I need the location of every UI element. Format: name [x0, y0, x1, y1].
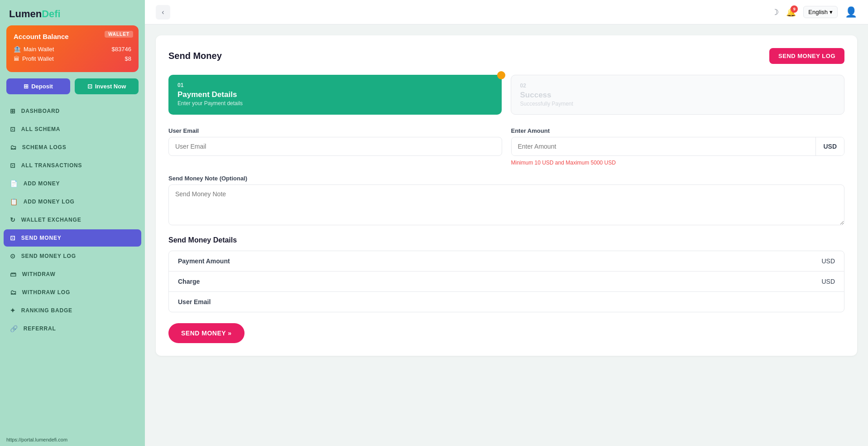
- step-1-payment-details: 01 Payment Details Enter your Payment de…: [168, 75, 502, 115]
- amount-hint: Minimum 10 USD and Maximum 5000 USD: [511, 160, 845, 166]
- invest-icon: ⊡: [87, 83, 92, 90]
- notification-badge: 9: [791, 5, 798, 13]
- sidebar-item-wallet-exchange[interactable]: ↻ WALLET EXCHANGE: [4, 211, 141, 228]
- profit-wallet-row: 🏛 Profit Wallet $8: [14, 55, 131, 62]
- send-money-button[interactable]: SEND MONEY »: [168, 323, 245, 343]
- sidebar-item-all-transactions[interactable]: ⊡ ALL TRANSACTIONS: [4, 157, 141, 174]
- step-2-title: Success: [520, 91, 835, 100]
- sidebar-item-label: ALL TRANSACTIONS: [21, 162, 82, 169]
- sidebar-item-label: ADD MONEY: [24, 180, 60, 187]
- page-body: Send Money SEND MONEY LOG 01 Payment Det…: [145, 24, 868, 446]
- sidebar-item-send-money[interactable]: ⊡ SEND MONEY: [4, 229, 141, 247]
- sidebar-item-withdraw-log[interactable]: 🗂 WITHDRAW LOG: [4, 284, 141, 301]
- payment-amount-value: USD: [821, 257, 835, 265]
- sidebar-item-label: WITHDRAW: [22, 271, 56, 277]
- payment-amount-label: Payment Amount: [178, 257, 230, 265]
- send-money-log-button[interactable]: SEND MONEY LOG: [769, 48, 844, 64]
- add-money-log-icon: 📋: [10, 198, 18, 205]
- sidebar-item-send-money-log[interactable]: ⊙ SEND MONEY LOG: [4, 247, 141, 265]
- sidebar-item-add-money[interactable]: 📄 ADD MONEY: [4, 175, 141, 192]
- sidebar-item-all-schema[interactable]: ⊡ ALL SCHEMA: [4, 121, 141, 138]
- main-wallet-value: $83746: [112, 46, 131, 53]
- note-group: Send Money Note (Optional): [168, 175, 844, 225]
- step-1-subtitle: Enter your Payment details: [177, 100, 493, 107]
- main-content: ‹ ☽ 🔔 9 English ▾ 👤 Send Money SEND MONE…: [145, 0, 868, 446]
- sidebar-item-label: SEND MONEY: [21, 235, 62, 241]
- profit-wallet-value: $8: [125, 55, 131, 62]
- sidebar-item-label: ADD MONEY LOG: [24, 199, 75, 205]
- details-row-charge: Charge USD: [169, 271, 844, 292]
- enter-amount-label: Enter Amount: [511, 127, 845, 134]
- form-row-email-amount: User Email Enter Amount USD Minimum 10 U…: [168, 127, 844, 166]
- transactions-icon: ⊡: [10, 162, 16, 169]
- wallet-exchange-icon: ↻: [10, 216, 16, 223]
- sidebar-item-label: REFERRAL: [24, 325, 56, 332]
- profit-wallet-label: Profit Wallet: [22, 55, 54, 62]
- step-2-subtitle: Successfully Payment: [520, 101, 835, 107]
- user-email-group: User Email: [168, 127, 502, 166]
- user-email-input[interactable]: [168, 137, 502, 156]
- top-header: ‹ ☽ 🔔 9 English ▾ 👤: [145, 0, 868, 24]
- charge-value: USD: [821, 278, 835, 285]
- page-header-row: Send Money SEND MONEY LOG: [168, 48, 844, 64]
- schema-logs-icon: 🗂: [10, 144, 17, 151]
- invest-now-button[interactable]: ⊡ Invest Now: [75, 78, 139, 94]
- ranking-badge-icon: ✦: [10, 307, 16, 314]
- enter-amount-group: Enter Amount USD Minimum 10 USD and Maxi…: [511, 127, 845, 166]
- theme-toggle-icon[interactable]: ☽: [772, 7, 779, 17]
- main-wallet-row: 🏦 Main Wallet $83746: [14, 46, 131, 53]
- account-balance-card: WALLET Account Balance 🏦 Main Wallet $83…: [6, 25, 139, 72]
- send-money-details-section: Send Money Details Payment Amount USD Ch…: [168, 236, 844, 312]
- step-1-title: Payment Details: [177, 90, 493, 99]
- invest-label: Invest Now: [95, 83, 126, 90]
- main-wallet-label: Main Wallet: [24, 46, 54, 53]
- language-selector[interactable]: English ▾: [803, 6, 838, 18]
- amount-input-group: USD: [511, 137, 845, 156]
- language-label: English: [808, 9, 828, 15]
- details-table: Payment Amount USD Charge USD User Email: [168, 251, 844, 312]
- back-button[interactable]: ‹: [156, 5, 170, 19]
- action-buttons: ⊞ Deposit ⊡ Invest Now: [6, 78, 139, 94]
- sidebar: LumenDefi WALLET Account Balance 🏦 Main …: [0, 0, 145, 446]
- user-email-label: User Email: [168, 127, 502, 134]
- page-title: Send Money: [168, 51, 222, 61]
- note-textarea[interactable]: [168, 184, 844, 225]
- send-money-log-icon: ⊙: [10, 252, 16, 260]
- header-left: ‹: [156, 5, 170, 19]
- sidebar-item-withdraw[interactable]: 🗃 WITHDRAW: [4, 266, 141, 283]
- deposit-button[interactable]: ⊞ Deposit: [6, 78, 70, 94]
- sidebar-item-label: SCHEMA LOGS: [22, 144, 67, 150]
- sidebar-item-label: WALLET EXCHANGE: [21, 217, 82, 223]
- logo-lumen: Lumen: [9, 8, 42, 19]
- send-money-card: Send Money SEND MONEY LOG 01 Payment Det…: [156, 35, 857, 356]
- back-icon: ‹: [162, 8, 164, 16]
- sidebar-item-ranking-badge[interactable]: ✦ RANKING BADGE: [4, 302, 141, 319]
- deposit-icon: ⊞: [24, 83, 29, 90]
- withdraw-log-icon: 🗂: [10, 289, 17, 296]
- sidebar-item-label: SEND MONEY LOG: [21, 253, 76, 259]
- main-wallet-icon: 🏦: [14, 46, 21, 53]
- wallet-badge: WALLET: [105, 31, 133, 38]
- notification-button[interactable]: 🔔 9: [786, 7, 796, 17]
- enter-amount-input[interactable]: [512, 137, 816, 155]
- step-1-dot: [497, 71, 505, 79]
- sidebar-item-add-money-log[interactable]: 📋 ADD MONEY LOG: [4, 193, 141, 210]
- sidebar-item-schema-logs[interactable]: 🗂 SCHEMA LOGS: [4, 139, 141, 156]
- charge-label: Charge: [178, 278, 200, 285]
- user-avatar-icon[interactable]: 👤: [845, 6, 857, 18]
- deposit-label: Deposit: [31, 83, 53, 90]
- profit-wallet-icon: 🏛: [14, 55, 19, 62]
- header-right: ☽ 🔔 9 English ▾ 👤: [772, 6, 857, 18]
- sidebar-item-label: RANKING BADGE: [21, 307, 72, 314]
- sidebar-item-dashboard[interactable]: ⊞ DASHBOARD: [4, 102, 141, 120]
- sidebar-item-label: DASHBOARD: [21, 108, 60, 114]
- send-money-icon: ⊡: [10, 234, 16, 242]
- all-schema-icon: ⊡: [10, 126, 16, 133]
- user-email-detail-label: User Email: [178, 298, 211, 305]
- step-2-success: 02 Success Successfully Payment: [511, 75, 845, 115]
- details-title: Send Money Details: [168, 236, 844, 244]
- sidebar-item-label: WITHDRAW LOG: [22, 289, 70, 296]
- note-label: Send Money Note (Optional): [168, 175, 844, 182]
- sidebar-item-referral[interactable]: 🔗 REFERRAL: [4, 320, 141, 337]
- step-1-number: 01: [177, 82, 493, 88]
